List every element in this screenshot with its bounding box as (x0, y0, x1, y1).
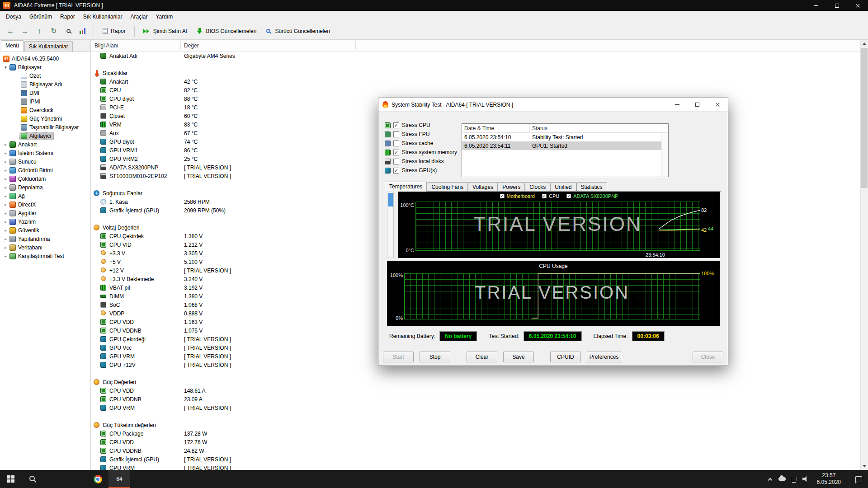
collapsed-arrow-icon[interactable]: ▸ (3, 185, 9, 190)
sensor-row-cpu-vdd[interactable]: CPU VDD172.76 W (91, 438, 860, 446)
option-stress-fpu[interactable]: Stress FPU (385, 130, 461, 139)
tab-powers[interactable]: Powers (498, 182, 525, 191)
sidebar-item-cokluortam[interactable]: ▸Çokluortam (0, 174, 90, 183)
column-divider[interactable] (180, 41, 181, 50)
checkbox-stress-fpu[interactable] (393, 131, 399, 137)
forward-button[interactable]: → (18, 25, 32, 38)
scroll-down-button[interactable] (861, 462, 868, 470)
checkbox-stress-system-memory[interactable] (393, 150, 399, 155)
log-column-datetime[interactable]: Date & Time (462, 124, 530, 132)
collapsed-arrow-icon[interactable]: ▸ (3, 142, 9, 147)
bios-updates-button[interactable]: BIOS Güncellemeleri (192, 25, 261, 37)
collapsed-arrow-icon[interactable]: ▸ (3, 151, 9, 155)
menu-yardim[interactable]: Yardım (151, 12, 177, 22)
tab-clocks[interactable]: Clocks (525, 182, 550, 191)
checkbox-stress-gpu-s[interactable] (393, 168, 399, 174)
dialog-close-button[interactable] (708, 98, 728, 111)
collapsed-arrow-icon[interactable]: ▸ (3, 194, 9, 198)
log-table-scrollbar[interactable] (661, 133, 668, 177)
option-stress-cache[interactable]: Stress cache (385, 139, 461, 148)
legend-checkbox[interactable] (566, 194, 571, 198)
sensor-row-cpu-vdd[interactable]: CPU VDD148.61 A (91, 386, 860, 395)
collapsed-arrow-icon[interactable]: ▸ (3, 245, 9, 250)
action-center-button[interactable] (849, 470, 868, 488)
sensor-row-anakart[interactable]: Anakart42 °C (91, 77, 860, 86)
sensor-row-cpu-package[interactable]: CPU Package137.28 W (91, 429, 860, 438)
sidebar-item-directx[interactable]: ▸DirectX (0, 200, 90, 209)
sidebar-item-guc-yonetimi[interactable]: Güç Yönetimi (0, 114, 90, 123)
column-header-value[interactable]: Değer (184, 42, 199, 49)
sensor-row-cpu-vddnb[interactable]: CPU VDDNB24.82 W (91, 446, 860, 455)
sidebar-item-anakart[interactable]: ▸Anakart (0, 140, 90, 149)
stop-button[interactable]: Stop (420, 352, 450, 362)
clear-button[interactable]: Clear (467, 352, 497, 362)
tray-hidden-icons-chevron-button[interactable] (764, 470, 776, 488)
taskbar-start-button[interactable] (0, 470, 22, 488)
checkbox-stress-cache[interactable] (393, 141, 399, 146)
menu-rapor[interactable]: Rapor (56, 12, 79, 22)
collapsed-arrow-icon[interactable]: ▸ (3, 168, 9, 173)
sidebar-item-aida64-v6-25-5400[interactable]: 64AIDA64 v6.25.5400 (0, 54, 90, 63)
expanded-arrow-icon[interactable]: ▾ (3, 65, 9, 70)
sensor-row-gpu-vrm[interactable]: GPU VRM[ TRIAL VERSION ] (91, 464, 860, 470)
sidebar-item-depolama[interactable]: ▸Depolama (0, 183, 90, 192)
tab-cooling-fans[interactable]: Cooling Fans (427, 182, 468, 191)
refresh-button[interactable]: ↻ (47, 25, 61, 38)
log-row[interactable]: 6.05.2020 23:54:10Stability Test: Starte… (462, 133, 668, 141)
report-button[interactable]: Rapor (98, 25, 130, 37)
sidebar-item-ag[interactable]: ▸Ağ (0, 192, 90, 200)
scroll-up-button[interactable] (861, 40, 868, 47)
column-header-field[interactable]: Bilgi Alanı (94, 42, 118, 49)
report-wizard-button[interactable] (76, 25, 90, 38)
sensor-row-cpu[interactable]: CPU82 °C (91, 86, 860, 94)
legend-cpu[interactable]: CPU (542, 193, 559, 199)
tray-volume-button[interactable] (800, 470, 811, 488)
tray-onedrive-button[interactable] (776, 470, 788, 488)
column-divider[interactable] (355, 41, 356, 50)
sidebar-item-bilgisayar-adi[interactable]: Bilgisayar Adı (0, 80, 90, 89)
taskbar-aida64-button[interactable]: 64 (108, 470, 130, 488)
sidebar-item-overclock[interactable]: Overclock (0, 106, 90, 114)
save-button[interactable]: Save (503, 352, 534, 362)
sidebar-tab-sik-kullanilanlar[interactable]: Sık Kullanılanlar (24, 41, 73, 52)
legend-checkbox[interactable] (500, 194, 505, 198)
collapsed-arrow-icon[interactable]: ▸ (3, 202, 9, 207)
sidebar-item-veritabani[interactable]: ▸Veritabanı (0, 243, 90, 252)
taskbar-file-explorer-button[interactable] (65, 470, 87, 488)
option-stress-local-disks[interactable]: Stress local disks (385, 157, 461, 166)
sensor-row-grafik-i-slemci-gpu[interactable]: Grafik İşlemci (GPU)[ TRIAL VERSION ] (91, 455, 860, 464)
sensor-row-gpu-vrm[interactable]: GPU VRM[ TRIAL VERSION ] (91, 404, 860, 412)
sidebar-item-bilgisayar[interactable]: ▾Bilgisayar (0, 63, 90, 71)
back-button[interactable]: ← (4, 25, 17, 38)
preferences-button[interactable]: Preferences (587, 352, 621, 362)
log-row[interactable]: 6.05.2020 23:54:11GPU1: Started (462, 141, 668, 150)
legend-adata-sx8200pnp[interactable]: ADATA SX8200PNP (566, 193, 618, 199)
dialog-minimize-button[interactable] (667, 98, 687, 111)
taskbar-clock[interactable]: 23:57 6.05.2020 (811, 472, 846, 486)
sidebar-tab-menu[interactable]: Menü (1, 40, 24, 52)
sidebar-item-ipmi[interactable]: IPMI (0, 97, 90, 106)
collapsed-arrow-icon[interactable]: ▸ (3, 254, 9, 258)
slider-thumb[interactable] (388, 193, 393, 206)
option-stress-system-memory[interactable]: Stress system memory (385, 148, 461, 157)
close-button[interactable] (847, 0, 868, 11)
tray-network-button[interactable] (788, 470, 800, 488)
collapsed-arrow-icon[interactable]: ▸ (3, 211, 9, 216)
collapsed-arrow-icon[interactable]: ▸ (3, 228, 9, 233)
menu-gorunum[interactable]: Görünüm (25, 12, 56, 22)
sidebar-item-algilayici[interactable]: Algılayıcı (0, 131, 90, 140)
section-row-sicakliklar[interactable]: Sıcaklıklar (91, 69, 860, 77)
log-column-status[interactable]: Status (530, 124, 550, 132)
taskbar-search-button[interactable] (22, 470, 43, 488)
section-row-guc-degerleri[interactable]: Güç Değerleri (91, 378, 860, 386)
collapsed-arrow-icon[interactable]: ▸ (3, 160, 9, 164)
sidebar-item-yazilim[interactable]: ▸Yazılım (0, 217, 90, 226)
maximize-button[interactable] (826, 0, 847, 11)
sidebar-item-ozet[interactable]: Özet (0, 71, 90, 80)
sidebar-item-goruntu-birimi[interactable]: ▸Görüntü Birimi (0, 166, 90, 174)
tab-unified[interactable]: Unified (550, 182, 576, 191)
collapsed-arrow-icon[interactable]: ▸ (3, 177, 9, 181)
legend-motherboard[interactable]: Motherboard (500, 193, 535, 199)
option-stress-cpu[interactable]: Stress CPU (385, 121, 461, 130)
taskbar-chrome-button[interactable] (87, 470, 108, 488)
